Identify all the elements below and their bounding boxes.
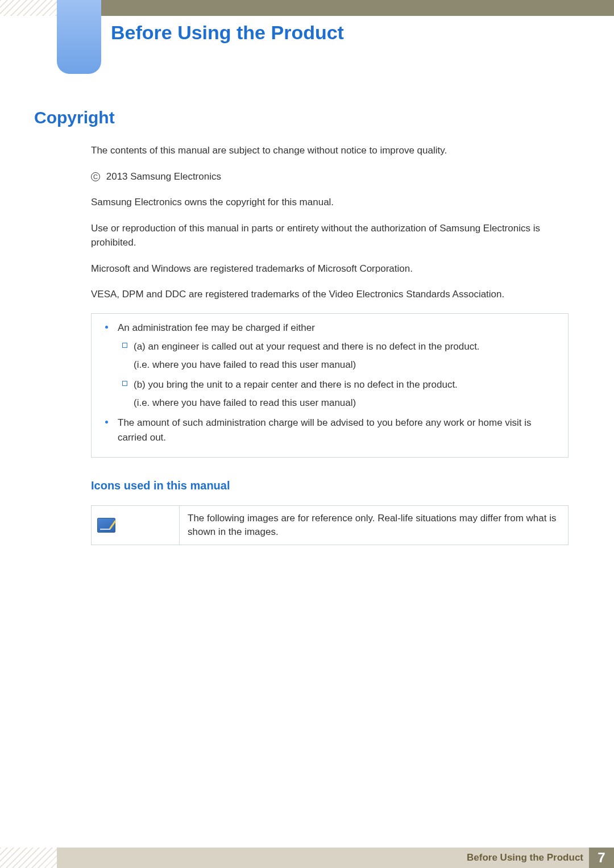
paragraph: The contents of this manual are subject … bbox=[91, 143, 569, 158]
subsection-heading: Icons used in this manual bbox=[91, 477, 569, 494]
list-item: The amount of such administration charge… bbox=[102, 416, 558, 445]
copyright-icon: C bbox=[91, 172, 100, 181]
pen-icon bbox=[109, 520, 117, 529]
copyright-line: C 2013 Samsung Electronics bbox=[91, 169, 569, 184]
list-sub-item-cont: (i.e. where you have failed to read this… bbox=[102, 358, 558, 372]
reference-image-icon bbox=[97, 518, 115, 533]
list-sub-item: (a) an engineer is called out at your re… bbox=[102, 339, 558, 354]
paragraph: VESA, DPM and DDC are registered tradema… bbox=[91, 287, 569, 302]
icon-description: The following images are for reference o… bbox=[180, 506, 568, 545]
footer-label: Before Using the Product bbox=[467, 852, 583, 863]
paragraph: Samsung Electronics owns the copyright f… bbox=[91, 195, 569, 210]
body-content: The contents of this manual are subject … bbox=[91, 143, 569, 545]
page: Before Using the Product Copyright The c… bbox=[0, 0, 614, 868]
footer-bar: Before Using the Product 7 bbox=[57, 848, 614, 868]
section-heading: Copyright bbox=[34, 108, 115, 127]
icon-cell bbox=[92, 506, 180, 545]
decorative-hatch-bottom bbox=[0, 848, 57, 868]
notice-box: An administration fee may be charged if … bbox=[91, 313, 569, 458]
copyright-text: 2013 Samsung Electronics bbox=[106, 171, 221, 182]
list-sub-item-cont: (i.e. where you have failed to read this… bbox=[102, 396, 558, 410]
header-bar bbox=[57, 0, 614, 16]
decorative-hatch-top bbox=[0, 0, 57, 16]
page-number: 7 bbox=[589, 848, 614, 868]
list-item: An administration fee may be charged if … bbox=[102, 321, 558, 335]
list-sub-item: (b) you bring the unit to a repair cente… bbox=[102, 377, 558, 392]
paragraph: Use or reproduction of this manual in pa… bbox=[91, 221, 569, 250]
paragraph: Microsoft and Windows are registered tra… bbox=[91, 261, 569, 276]
chapter-title: Before Using the Product bbox=[111, 22, 344, 44]
chapter-tab bbox=[57, 0, 101, 74]
icon-description-table: The following images are for reference o… bbox=[91, 505, 569, 545]
